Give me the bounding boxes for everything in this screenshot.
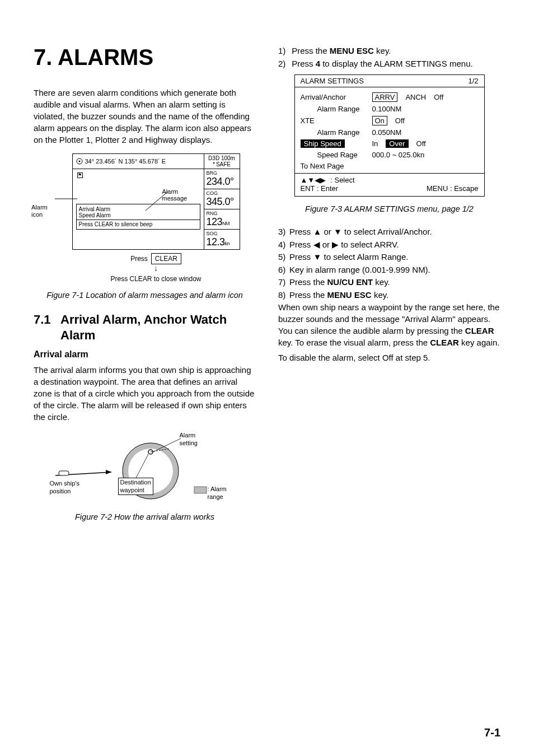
clear-button[interactable]: CLEAR: [151, 253, 181, 264]
menu-opt-in[interactable]: In: [372, 139, 378, 148]
leader-line-icon-2: [55, 196, 79, 202]
section-number: 7.1: [34, 312, 60, 343]
fig1-alarm-icon-label-2: icon: [31, 211, 43, 218]
menu-page: 1/2: [468, 77, 478, 85]
step-1-text-a: Press the: [292, 46, 330, 55]
sog-unit: kn: [225, 241, 230, 246]
step-2-bold: 4: [316, 59, 320, 68]
fig2-own-ship-label: Own ship'sposition: [50, 480, 79, 494]
step-3: 3)Press ▲ or ▼ to select Arrival/Anchor.: [278, 226, 500, 239]
menu-opt-anch[interactable]: ANCH: [405, 93, 426, 101]
fig1-caption: Figure 7-1 Location of alarm messages an…: [34, 290, 256, 301]
trailer-1b: CLEAR: [465, 326, 494, 335]
fig1-d3d: D3D 100m: [207, 155, 237, 161]
target-icon: [76, 158, 83, 165]
fig2-alarm-range-label: : Alarm range: [208, 486, 240, 500]
menu-opt-over[interactable]: Over: [386, 139, 408, 148]
menu-lbl-range1: Alarm Range: [301, 105, 372, 113]
svg-point-1: [78, 161, 80, 162]
step-8-a: Press the: [289, 290, 327, 300]
menu-title: ALARM SETTINGS: [301, 77, 364, 85]
brg-value: 234.0: [207, 176, 231, 187]
fig1-display: 34° 23.456´ N 135° 45.678´ E D3D 100m * …: [72, 153, 240, 250]
cog-value: 345.0: [207, 196, 231, 207]
menu-row-ship-speed[interactable]: Ship Speed In Over Off: [301, 139, 479, 148]
fig3-caption: Figure 7-3 ALARM SETTINGS menu, page 1/2: [278, 203, 500, 214]
menu-row-xte[interactable]: XTE On Off: [301, 116, 479, 125]
step-7-a: Press the: [289, 277, 327, 287]
step-8: 8)Press the MENU ESC key.: [278, 289, 500, 302]
menu-val-speed-range: 000.0 ~ 025.0kn: [372, 151, 425, 159]
arrival-alarm-subheading: Arrival alarm: [34, 349, 256, 360]
leader-line-icon: [146, 192, 174, 214]
menu-lbl-speed-range: Speed Rage: [301, 151, 372, 159]
cog-label: COG: [207, 190, 237, 196]
fig1-press-clear-row: Press CLEAR: [130, 253, 181, 264]
rng-label: RNG: [207, 211, 237, 216]
menu-footer-select: : Select: [330, 176, 354, 184]
trailer-paragraph-2: To disable the alarm, select Off at step…: [278, 352, 500, 363]
fig1-alarm-icon-label: Alarm icon: [31, 204, 48, 218]
step-7: 7)Press the NU/CU ENT key.: [278, 276, 500, 289]
brg-label: BRG: [207, 170, 237, 176]
page-number: 7-1: [484, 726, 500, 739]
menu-row-arrival-anchor[interactable]: Arrival/Anchor ARRV ANCH Off: [301, 92, 479, 102]
sog-label: SOG: [207, 231, 237, 236]
fig2-alarm-setting-label: Alarmsetting: [180, 432, 198, 446]
step-5-num: 5): [278, 251, 289, 264]
alarm-settings-menu: ALARM SETTINGS 1/2 Arrival/Anchor ARRV A…: [294, 74, 485, 197]
rng-unit: NM: [222, 221, 229, 226]
step-8-num: 8): [278, 289, 289, 302]
menu-opt-off[interactable]: Off: [434, 93, 443, 101]
fig1-alarm-message-box: Arrival Alarm Speed Alarm Press CLEAR to…: [76, 204, 200, 230]
menu-footer-ent: ENT : Enter: [301, 184, 339, 193]
menu-lbl-next-page: To Next Page: [301, 162, 372, 170]
step-2: 2) Press 4 to display the ALARM SETTINGS…: [278, 58, 500, 71]
fig1-alarm-line1: Arrival Alarm: [79, 206, 198, 212]
alarm-icon: ⚑: [77, 172, 83, 178]
menu-row-alarm-range-2[interactable]: Alarm Range 0.050NM: [301, 128, 479, 137]
fig1-safe: SAFE: [216, 161, 231, 167]
fig1-alarm-line2: Speed Alarm: [79, 212, 198, 218]
step-1-text-b: key.: [374, 46, 391, 55]
step-2-num: 2): [278, 58, 289, 71]
section-title: Arrival Alarm, Anchor Watch Alarm: [60, 312, 256, 343]
trailer-paragraph-1: When own ship nears a waypoint by the ra…: [278, 301, 500, 348]
fig1-press-label: Press: [130, 255, 148, 263]
fig2-diagram: Alarmsetting Own ship'sposition Destinat…: [50, 432, 240, 505]
step-8-c: key.: [372, 290, 389, 300]
step-1: 1) Press the MENU ESC key.: [278, 45, 500, 58]
svg-rect-7: [59, 471, 69, 475]
step-7-b: NU/CU ENT: [327, 277, 373, 287]
fig1-press-close-label: Press CLEAR to close window: [56, 275, 256, 283]
menu-opt-speed-off[interactable]: Off: [416, 139, 426, 148]
step-4-num: 4): [278, 239, 289, 251]
fig2-dest-wp-label: Destinationwaypoint: [118, 478, 153, 494]
menu-opt-arrv[interactable]: ARRV: [372, 92, 398, 102]
fig1-alarm-line3: Press CLEAR to silence beep: [79, 221, 198, 227]
menu-lbl-arrival: Arrival/Anchor: [301, 93, 372, 101]
arrow-down-icon: ↓: [56, 265, 256, 272]
fig1-position: 34° 23.456´ N 135° 45.678´ E: [85, 158, 166, 165]
menu-row-speed-range[interactable]: Speed Rage 000.0 ~ 025.0kn: [301, 151, 479, 159]
menu-row-next-page[interactable]: To Next Page: [301, 162, 479, 170]
trailer-1c: key. To erase the visual alarm, press th…: [278, 338, 430, 347]
svg-line-2: [146, 192, 168, 211]
menu-row-alarm-range-1[interactable]: Alarm Range 0.100NM: [301, 105, 479, 113]
sog-value: 12.3: [207, 236, 225, 248]
svg-rect-4: [194, 487, 207, 493]
fig2-caption: Figure 7-2 How the arrival alarm works: [34, 511, 256, 522]
arrival-alarm-body: The arrival alarm informs you that own s…: [34, 364, 256, 423]
menu-val-range2: 0.050NM: [372, 128, 402, 137]
step-6: 6)Key in alarm range (0.001-9.999 NM).: [278, 264, 500, 277]
step-7-num: 7): [278, 276, 289, 289]
fig1-alarm-icon-label-1: Alarm: [31, 204, 48, 211]
step-8-b: MENU ESC: [327, 290, 372, 300]
fig1-star: *: [213, 161, 215, 167]
step-4: 4)Press ◀ or ▶ to select ARRV.: [278, 239, 500, 251]
menu-opt-xte-on[interactable]: On: [372, 116, 387, 125]
menu-opt-xte-off[interactable]: Off: [395, 116, 405, 125]
intro-paragraph: There are seven alarm conditions which g…: [34, 87, 256, 146]
trailer-1d: CLEAR: [430, 338, 459, 347]
menu-lbl-xte: XTE: [301, 116, 372, 125]
